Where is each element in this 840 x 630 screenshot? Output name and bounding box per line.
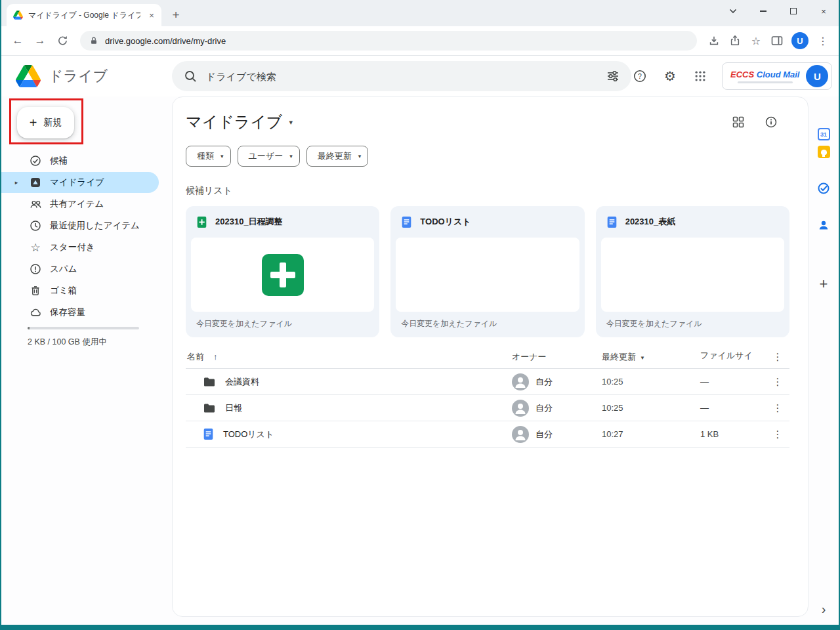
chevron-down-icon: ▾ [220, 153, 224, 159]
search-input[interactable] [206, 71, 597, 82]
download-icon[interactable] [705, 32, 723, 50]
sidebar-item-storage[interactable]: 保存容量 [1, 302, 159, 323]
file-thumbnail [191, 238, 374, 312]
tab-close-icon[interactable]: × [146, 9, 158, 21]
account-avatar[interactable]: U [806, 65, 828, 87]
app-name: ドライブ [49, 66, 108, 86]
cloud-icon [29, 306, 42, 319]
back-icon[interactable]: ← [8, 31, 28, 51]
file-thumbnail [601, 238, 784, 312]
row-menu-icon[interactable]: ⋮ [766, 429, 789, 440]
column-header-modified[interactable]: 最終更新▼ [602, 351, 700, 363]
filter-chip-modified[interactable]: 最終更新 ▾ [306, 146, 369, 167]
apps-grid-icon[interactable] [692, 68, 709, 85]
column-header-name[interactable]: 名前 ↑ [186, 351, 512, 363]
settings-gear-icon[interactable]: ⚙ [662, 68, 679, 85]
modified-time: 10:27 [602, 429, 700, 439]
chevron-down-icon: ▾ [358, 153, 362, 159]
address-bar[interactable]: drive.google.com/drive/my-drive [80, 31, 697, 51]
lock-icon [89, 36, 98, 45]
spam-icon [29, 263, 42, 275]
sidebar-item-suggested[interactable]: 候補 [1, 150, 159, 171]
collapse-panel-chevron-icon[interactable]: › [822, 602, 826, 617]
window-close-button[interactable]: × [808, 0, 839, 22]
title-dropdown-caret-icon[interactable]: ▾ [289, 118, 293, 127]
sidebar-item-starred[interactable]: ☆ スター付き [1, 237, 159, 258]
docs-file-icon [606, 216, 618, 228]
browser-profile-avatar[interactable]: U [791, 32, 808, 49]
column-header-owner: オーナー [512, 351, 602, 363]
tab-title: マイドライブ - Google ドライブ [28, 10, 140, 21]
file-name: 会議資料 [225, 376, 259, 388]
search-icon[interactable] [184, 70, 197, 83]
page-title[interactable]: マイドライブ [186, 112, 282, 133]
file-thumbnail [396, 238, 579, 312]
suggestion-card[interactable]: TODOリスト 今日変更を加えたファイル [390, 206, 584, 337]
trash-icon [29, 285, 42, 297]
info-icon[interactable] [763, 114, 779, 130]
sidebar-item-trash[interactable]: ゴミ箱 [1, 280, 159, 301]
drive-favicon [13, 10, 23, 20]
suggestion-card[interactable]: 202310_表紙 今日変更を加えたファイル [596, 206, 789, 337]
file-table: 名前 ↑ オーナー 最終更新▼ ファイルサイズ ⋮ [186, 345, 789, 448]
sidebar-item-spam[interactable]: スパム [1, 259, 159, 280]
suggestion-card[interactable]: 202310_日程調整 今日変更を加えたファイル [186, 206, 379, 337]
account-badge[interactable]: ECCS Cloud Mail U [722, 62, 832, 90]
browser-toolbar: ← → drive.google.com/drive/my-drive [1, 26, 839, 56]
bookmark-star-icon[interactable]: ☆ [747, 32, 765, 50]
url-text: drive.google.com/drive/my-drive [105, 36, 226, 46]
help-icon[interactable]: ? [631, 68, 648, 85]
sidebar-item-my-drive[interactable]: ▸ マイドライブ [1, 172, 159, 193]
sidebar-item-recent[interactable]: 最近使用したアイテム [1, 215, 159, 236]
modified-time: 10:25 [602, 377, 700, 387]
expand-caret-icon[interactable]: ▸ [12, 179, 21, 186]
modified-time: 10:25 [602, 403, 700, 413]
search-options-icon[interactable] [606, 70, 620, 83]
get-addons-plus-icon[interactable]: + [820, 277, 828, 291]
side-panel-icon[interactable] [768, 32, 786, 50]
new-button[interactable]: + 新規 [17, 107, 74, 138]
contacts-icon[interactable] [817, 219, 830, 232]
chevron-down-icon: ▾ [289, 153, 293, 159]
owner-name: 自分 [536, 402, 553, 414]
owner-name: 自分 [536, 429, 553, 440]
calendar-icon[interactable]: 31 [818, 128, 830, 140]
keep-icon[interactable] [818, 146, 830, 158]
owner-avatar [512, 400, 529, 417]
table-row[interactable]: 会議資料 自分 10:25 — ⋮ [186, 369, 789, 395]
forward-icon[interactable]: → [30, 31, 50, 51]
share-icon[interactable] [726, 32, 744, 50]
filter-chip-people[interactable]: ユーザー ▾ [238, 146, 300, 167]
row-menu-icon[interactable]: ⋮ [766, 402, 789, 414]
star-icon: ☆ [29, 242, 42, 253]
account-badge-subline [738, 81, 793, 83]
card-reason-text: 今日変更を加えたファイル [596, 312, 789, 329]
tasks-icon[interactable] [817, 182, 830, 195]
card-reason-text: 今日変更を加えたファイル [390, 312, 584, 329]
row-menu-icon[interactable]: ⋮ [766, 376, 789, 388]
reload-icon[interactable] [52, 31, 72, 51]
account-badge-logo: ECCS Cloud Mail [730, 70, 799, 83]
file-size: 1 KB [700, 429, 766, 439]
tab-search-chevron-icon[interactable] [718, 0, 748, 22]
new-tab-button[interactable]: + [167, 6, 185, 24]
filter-chip-type[interactable]: 種類 ▾ [186, 146, 231, 167]
drive-search-bar[interactable] [172, 61, 631, 91]
owner-name: 自分 [536, 376, 553, 388]
sidebar-item-shared[interactable]: 共有アイテム [1, 194, 159, 215]
table-row[interactable]: 日報 自分 10:25 — ⋮ [186, 395, 789, 421]
folder-icon [203, 375, 216, 388]
browser-window: マイドライブ - Google ドライブ × + × ← → [0, 0, 840, 630]
storage-usage-text: 2 KB / 100 GB 使用中 [28, 337, 172, 348]
window-maximize-button[interactable] [778, 0, 808, 22]
table-row[interactable]: TODOリスト 自分 10:27 1 KB ⋮ [186, 421, 789, 448]
sort-ascending-icon[interactable]: ↑ [213, 352, 218, 362]
clock-icon [29, 220, 42, 232]
column-options-icon[interactable]: ⋮ [766, 351, 789, 363]
people-icon [29, 198, 42, 211]
browser-tab[interactable]: マイドライブ - Google ドライブ × [7, 4, 161, 26]
grid-view-icon[interactable] [730, 114, 746, 130]
window-minimize-button[interactable] [748, 0, 778, 22]
browser-menu-icon[interactable]: ⋮ [814, 32, 832, 50]
sheets-file-icon [196, 216, 207, 228]
